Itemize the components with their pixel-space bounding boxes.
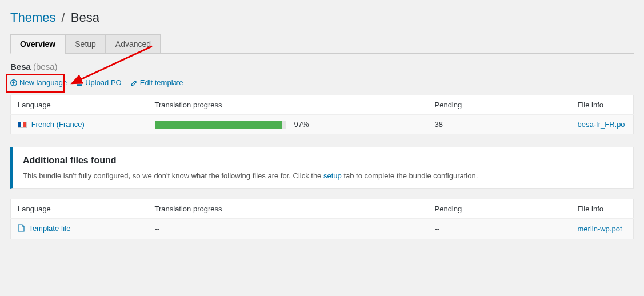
bundle-slug: (besa) xyxy=(33,62,58,71)
toolbar: New language Upload PO Edit template xyxy=(10,78,634,87)
tab-overview[interactable]: Overview xyxy=(10,34,65,54)
progress-percent: 97% xyxy=(294,120,309,129)
template-file-link[interactable]: Template file xyxy=(29,224,70,233)
language-link[interactable]: French (France) xyxy=(31,120,85,129)
th-progress: Translation progress xyxy=(148,199,428,219)
upload-po-button[interactable]: Upload PO xyxy=(76,78,122,87)
bundle-title: Besa (besa) xyxy=(10,62,634,71)
file-link[interactable]: merlin-wp.pot xyxy=(578,225,622,233)
th-file-info: File info xyxy=(571,95,634,115)
th-pending: Pending xyxy=(428,199,571,219)
extra-files-table: Language Translation progress Pending Fi… xyxy=(10,199,634,239)
new-language-label: New language xyxy=(19,78,67,87)
notice-title: Additional files found xyxy=(23,155,623,166)
table-header-row: Language Translation progress Pending Fi… xyxy=(11,199,634,219)
th-file-info: File info xyxy=(571,199,634,219)
table-row: Template file -- -- merlin-wp.pot xyxy=(11,219,634,239)
breadcrumb-root[interactable]: Themes xyxy=(10,10,55,25)
edit-template-button[interactable]: Edit template xyxy=(131,78,183,87)
setup-link[interactable]: setup xyxy=(323,171,342,180)
tabs: Overview Setup Advanced xyxy=(10,34,634,54)
th-language: Language xyxy=(11,95,148,115)
tab-advanced[interactable]: Advanced xyxy=(106,34,161,54)
tab-setup[interactable]: Setup xyxy=(65,34,106,54)
progress-placeholder: -- xyxy=(148,219,428,239)
pencil-icon xyxy=(131,79,138,86)
progress-bar xyxy=(155,121,286,129)
new-language-button[interactable]: New language xyxy=(10,78,67,87)
file-link[interactable]: besa-fr_FR.po xyxy=(578,120,625,129)
document-icon xyxy=(18,224,25,234)
notice-text: This bundle isn't fully configured, so w… xyxy=(23,171,623,180)
breadcrumb: Themes / Besa xyxy=(10,10,634,25)
th-progress: Translation progress xyxy=(148,95,428,115)
pending-count: 38 xyxy=(428,115,571,134)
th-language: Language xyxy=(11,199,148,219)
table-row: French (France) 97% 38 besa-fr_FR.po xyxy=(11,115,634,134)
th-pending: Pending xyxy=(428,95,571,115)
plus-circle-icon xyxy=(10,79,17,86)
breadcrumb-current: Besa xyxy=(71,10,99,25)
pending-placeholder: -- xyxy=(428,219,571,239)
breadcrumb-separator: / xyxy=(62,10,65,25)
bundle-name: Besa xyxy=(10,62,31,71)
edit-template-label: Edit template xyxy=(140,78,183,87)
upload-po-label: Upload PO xyxy=(85,78,122,87)
flag-icon xyxy=(18,122,27,128)
table-header-row: Language Translation progress Pending Fi… xyxy=(11,95,634,115)
notice-box: Additional files found This bundle isn't… xyxy=(10,147,634,189)
progress-fill xyxy=(155,121,282,129)
upload-icon xyxy=(76,79,83,86)
languages-table: Language Translation progress Pending Fi… xyxy=(10,95,634,134)
